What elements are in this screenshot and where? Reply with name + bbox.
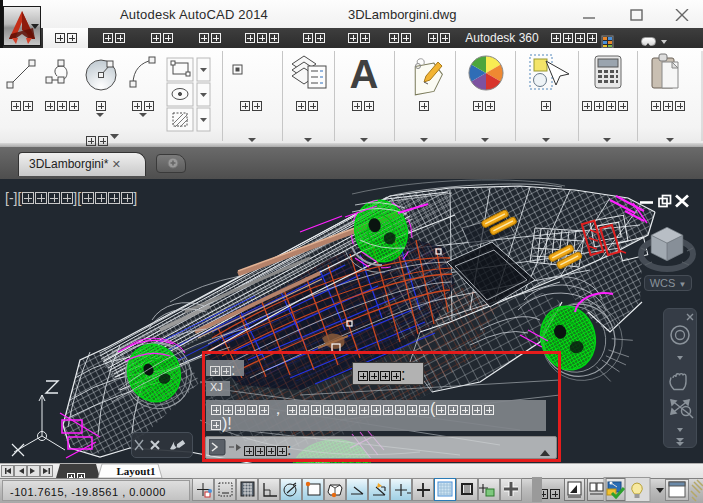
svg-text:A: A	[350, 52, 379, 96]
svg-text:Layout1: Layout1	[116, 465, 155, 477]
